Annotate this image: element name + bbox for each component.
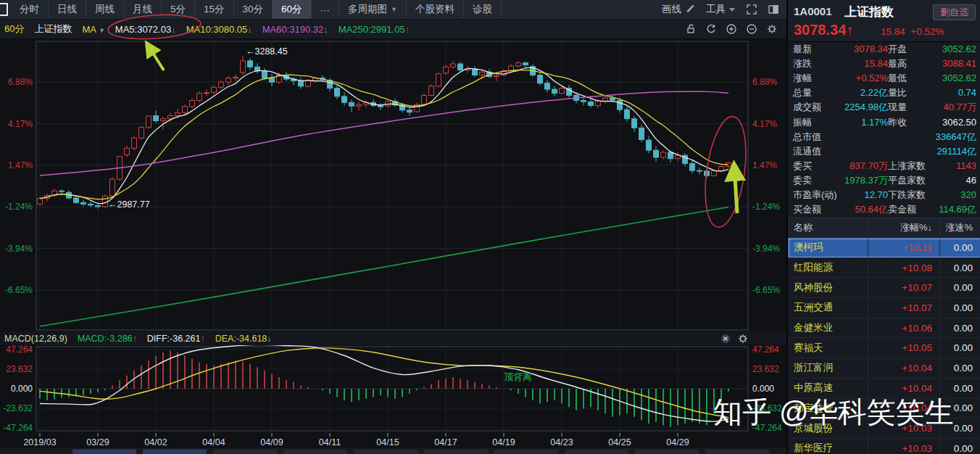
svg-text:4.17%: 4.17% bbox=[8, 119, 33, 129]
svg-text:0.000: 0.000 bbox=[752, 384, 774, 394]
quote-value: 291114亿 bbox=[937, 145, 976, 158]
tab-···[interactable]: ··· bbox=[312, 0, 340, 19]
speed-cell: 0.00 bbox=[940, 323, 980, 334]
quote-label: 总量 bbox=[793, 86, 812, 99]
quote-row: 委买837.70万上涨家数1143 bbox=[788, 159, 980, 173]
quote-value: 1978.37万 bbox=[844, 174, 888, 187]
tab-60分[interactable]: 60分 bbox=[273, 0, 312, 19]
gear-icon[interactable] bbox=[766, 23, 778, 35]
ranking-row-新华医疗[interactable]: 新华医疗+10.030.00 bbox=[788, 439, 980, 454]
quote-row: 成交额2254.98亿现量40.77万 bbox=[788, 100, 980, 115]
tab-月线[interactable]: 月线 bbox=[124, 0, 162, 19]
quote-label: 开盘 bbox=[888, 43, 907, 56]
main-chart[interactable]: 6.88%6.88%4.17%4.17%1.47%1.47%-1.24%-1.2… bbox=[0, 39, 786, 454]
quote-label: 最低 bbox=[888, 72, 907, 85]
ranking-row-红阳能源[interactable]: 红阳能源+10.080.00 bbox=[788, 258, 980, 278]
speed-cell: 0.00 bbox=[940, 423, 980, 434]
caret-icon bbox=[728, 6, 736, 13]
svg-text:04/29: 04/29 bbox=[666, 437, 689, 447]
ranking-row-风神股份[interactable]: 风神股份+10.070.00 bbox=[788, 278, 980, 298]
tab-分时[interactable]: 分时 bbox=[11, 0, 49, 19]
tab-周线[interactable]: 周线 bbox=[86, 0, 124, 19]
svg-text:04/09: 04/09 bbox=[260, 437, 283, 447]
svg-text:-3.94%: -3.94% bbox=[752, 244, 780, 254]
ranking-row-澳柯玛[interactable]: 澳柯玛+10.110.00 bbox=[788, 238, 980, 258]
quote-value: 0.74 bbox=[958, 87, 976, 98]
zoomout-icon[interactable] bbox=[746, 23, 757, 35]
stock-name-cell: 澳柯玛 bbox=[788, 238, 868, 257]
quote-value: 3062.50 bbox=[942, 117, 976, 128]
ranking-row-京城股份[interactable]: 京城股份+10.030.00 bbox=[788, 418, 980, 439]
quote-label: 卖金额 bbox=[888, 203, 916, 216]
refresh-icon[interactable] bbox=[705, 23, 717, 35]
quote-label: 涨跌 bbox=[793, 57, 812, 70]
stock-name-cell: 金健米业 bbox=[788, 318, 868, 338]
ranking-header-1[interactable]: 涨幅%↓ bbox=[868, 218, 940, 237]
quote-value: 336647亿 bbox=[936, 131, 976, 144]
zoomin-icon[interactable] bbox=[726, 23, 737, 35]
ma-legend-items: MA5:3072.03↓MA10:3080.05↓MA60:3190.32↓MA… bbox=[105, 24, 410, 35]
tab-30分[interactable]: 30分 bbox=[234, 0, 273, 19]
tab-个股资料[interactable]: 个股资料 bbox=[407, 0, 464, 19]
ranking-header-2[interactable]: 涨速% bbox=[940, 221, 980, 234]
pct-change-cell: +10.11 bbox=[868, 238, 940, 257]
svg-text:6.88%: 6.88% bbox=[752, 77, 777, 87]
ranking-row-邦宝益智[interactable]: 邦宝益智+10.040.00 bbox=[788, 399, 980, 419]
pct-change-cell: +10.08 bbox=[868, 258, 940, 278]
speed-cell: 0.00 bbox=[940, 302, 980, 313]
delete-watchlist-button[interactable]: 删自选 bbox=[933, 4, 976, 20]
ma-selector[interactable]: MA ▼ bbox=[82, 24, 104, 35]
ranking-row-浙江富润[interactable]: 浙江富润+10.040.00 bbox=[788, 358, 980, 379]
tool-工具[interactable]: 工具 bbox=[706, 3, 736, 16]
svg-text:04/11: 04/11 bbox=[319, 437, 341, 447]
ranking-header-0[interactable]: 名称 bbox=[788, 218, 868, 237]
svg-text:-1.24%: -1.24% bbox=[752, 202, 780, 212]
stock-name-cell: 风神股份 bbox=[788, 278, 868, 297]
svg-text:-1.24%: -1.24% bbox=[5, 202, 33, 212]
pct-change-cell: +10.04 bbox=[868, 358, 940, 378]
macd-close-icon[interactable] bbox=[720, 333, 731, 344]
ranking-row-赛福天[interactable]: 赛福天+10.050.00 bbox=[788, 338, 980, 358]
quote-label: 委卖 bbox=[793, 174, 812, 187]
tab-日线[interactable]: 日线 bbox=[49, 0, 86, 19]
lock-icon[interactable] bbox=[685, 23, 697, 35]
pct-change-cell: +10.06 bbox=[868, 318, 940, 338]
speed-cell: 0.00 bbox=[940, 342, 980, 353]
quote-label: 昨收 bbox=[888, 116, 907, 129]
quote-value: 3088.41 bbox=[942, 58, 976, 69]
svg-text:-3.94%: -3.94% bbox=[5, 244, 33, 254]
period-toolbar: 分时日线周线月线5分15分30分60分···多周期图▼个股资料诊股 画线工具 bbox=[0, 0, 786, 20]
quote-label: 最新 bbox=[793, 43, 812, 56]
quote-label: 现量 bbox=[888, 101, 907, 114]
pct-change-cell: +10.03 bbox=[868, 439, 940, 454]
ma-legend-MA10: MA10:3080.05↓ bbox=[186, 24, 252, 35]
macd-header: MACD(12,26,9)MACD:-3.286↑DIFF:-36.261↑DE… bbox=[0, 331, 786, 345]
ranking-row-中原高速[interactable]: 中原高速+10.040.00 bbox=[788, 379, 980, 399]
quote-value: 46 bbox=[966, 175, 976, 186]
ranking-row-五洲交通[interactable]: 五洲交通+10.070.00 bbox=[788, 298, 980, 318]
expand-icon[interactable] bbox=[746, 4, 757, 15]
tab-多周期图[interactable]: 多周期图▼ bbox=[339, 0, 407, 19]
tool-画线[interactable]: 画线 bbox=[662, 3, 696, 16]
quote-panel: 1A0001 上证指数 删自选 3078.34↑ 15.84 +0.52% 最新… bbox=[786, 0, 980, 454]
quote-value: 15.84 bbox=[864, 58, 888, 69]
svg-text:04/04: 04/04 bbox=[202, 437, 225, 447]
layout-icon[interactable] bbox=[768, 4, 779, 15]
quote-value: 3052.62 bbox=[942, 73, 976, 83]
quote-row: 委卖1978.37万平盘家数46 bbox=[788, 173, 980, 188]
macd-legend-items: MACD(12,26,9)MACD:-3.286↑DIFF:-36.261↑DE… bbox=[4, 334, 272, 344]
tab-5分[interactable]: 5分 bbox=[162, 0, 195, 19]
tab-诊股[interactable]: 诊股 bbox=[464, 0, 502, 19]
svg-text:04/02: 04/02 bbox=[144, 437, 167, 447]
quote-value: 40.77万 bbox=[943, 101, 976, 114]
stock-name-cell: 京城股份 bbox=[788, 418, 868, 438]
svg-text:04/19: 04/19 bbox=[492, 437, 515, 447]
speed-cell: 0.00 bbox=[940, 383, 980, 394]
macd-settings-icon[interactable] bbox=[737, 333, 749, 344]
quote-value: 2254.98亿 bbox=[844, 101, 888, 114]
quote-value: 1.17% bbox=[861, 117, 888, 128]
legend-period: 60分 bbox=[4, 22, 24, 36]
tab-15分[interactable]: 15分 bbox=[195, 0, 234, 19]
quote-row: 振幅1.17%昨收3062.50 bbox=[788, 115, 980, 129]
ranking-row-金健米业[interactable]: 金健米业+10.060.00 bbox=[788, 318, 980, 339]
